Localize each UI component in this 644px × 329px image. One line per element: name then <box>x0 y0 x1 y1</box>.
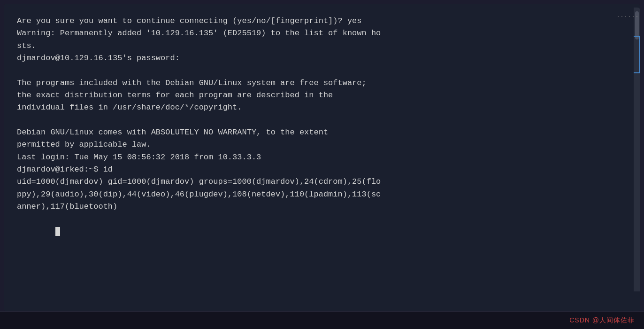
terminal-line: djmardov@10.129.16.135's password: <box>17 52 627 64</box>
terminal-line: individual files in /usr/share/doc/*/cop… <box>17 102 627 114</box>
terminal-line: sts. <box>17 40 627 52</box>
terminal-content: Are you sure you want to continue connec… <box>17 15 627 251</box>
empty-line <box>17 64 627 77</box>
terminal-line: uid=1000(djmardov) gid=1000(djmardov) gr… <box>17 176 627 188</box>
terminal-window: ...... Are you sure you want to continue… <box>0 0 644 329</box>
terminal-line: Warning: Permanently added '10.129.16.13… <box>17 27 627 39</box>
terminal-line: permitted by applicable law. <box>17 139 627 151</box>
terminal-line: Last login: Tue May 15 08:56:32 2018 fro… <box>17 151 627 164</box>
bottom-bar: CSDN @人间体佐菲 <box>0 311 644 329</box>
terminal-line: ppy),29(audio),30(dip),44(video),46(plug… <box>17 188 627 201</box>
terminal-body[interactable]: ...... Are you sure you want to continue… <box>4 4 640 311</box>
terminal-cursor <box>55 227 60 236</box>
empty-line <box>17 114 627 126</box>
terminal-line: djmardov@irked:~$ id <box>17 164 627 176</box>
terminal-line: the exact distribution terms for each pr… <box>17 89 627 102</box>
scrollbar[interactable]: ...... <box>634 8 640 291</box>
brand-label: CSDN @人间体佐菲 <box>569 316 635 325</box>
terminal-prompt-line <box>17 213 627 251</box>
terminal-line: Debian GNU/Linux comes with ABSOLUTELY N… <box>17 126 627 139</box>
terminal-line: Are you sure you want to continue connec… <box>17 15 627 27</box>
terminal-line: The programs included with the Debian GN… <box>17 77 627 89</box>
scrollbar-bracket-icon <box>634 36 640 73</box>
terminal-line: anner),117(bluetooth) <box>17 201 627 213</box>
